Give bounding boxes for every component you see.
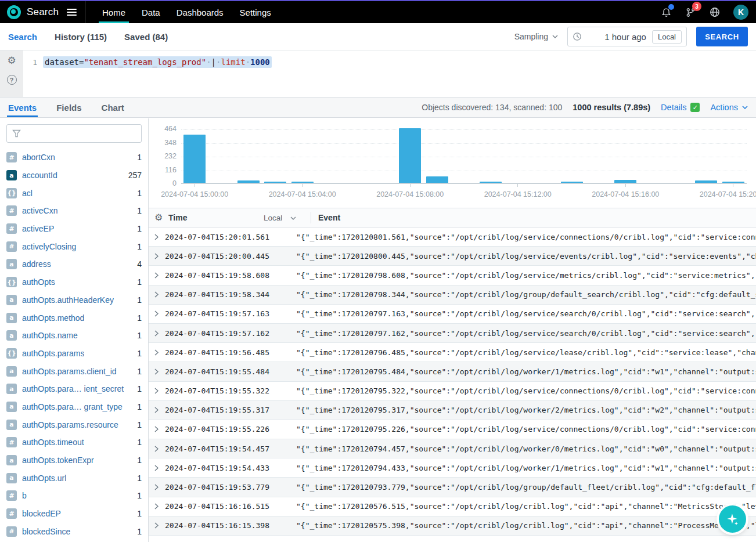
histogram-bar[interactable] — [264, 182, 286, 183]
expand-chevron-icon[interactable] — [154, 330, 161, 337]
event-row[interactable]: 2024-07-04T15:16:15.397"{"_time":1720120… — [149, 536, 756, 542]
expand-chevron-icon[interactable] — [154, 349, 161, 356]
event-row[interactable]: 2024-07-04T15:19:55.322"{"_time":1720120… — [149, 382, 756, 401]
histogram-bar[interactable] — [183, 135, 206, 183]
field-item[interactable]: aauthOpts.params.client_id1 — [6, 362, 142, 380]
event-row[interactable]: 2024-07-04T15:19:56.485"{"_time":1720120… — [149, 343, 756, 362]
event-row[interactable]: 2024-07-04T15:19:55.484"{"_time":1720120… — [149, 362, 756, 381]
subtab-search[interactable]: Search — [8, 32, 37, 42]
git-branch-icon[interactable]: 3 — [685, 6, 696, 18]
details-link[interactable]: Details ✓ — [661, 103, 700, 112]
histogram-bar[interactable] — [237, 180, 260, 183]
expand-chevron-icon[interactable] — [154, 272, 161, 279]
histogram-bar[interactable] — [561, 182, 583, 183]
histogram-bar[interactable] — [399, 128, 421, 183]
field-filter-input[interactable] — [6, 124, 142, 143]
field-item[interactable]: #activelyClosing1 — [6, 237, 142, 255]
column-divider[interactable] — [311, 212, 311, 223]
ai-copilot-button[interactable] — [719, 505, 746, 533]
field-item[interactable]: #abortCxn1 — [6, 149, 142, 167]
event-row[interactable]: 2024-07-04T15:19:54.457"{"_time":1720120… — [149, 439, 756, 458]
field-item[interactable]: #authOpts.timeout1 — [6, 433, 142, 451]
expand-chevron-icon[interactable] — [154, 291, 161, 298]
field-item[interactable]: aaccountId257 — [6, 167, 142, 185]
event-row[interactable]: 2024-07-04T15:19:58.344"{"_time":1720120… — [149, 286, 756, 305]
histogram-bar[interactable] — [614, 180, 636, 183]
event-row[interactable]: 2024-07-04T15:19:58.608"{"_time":1720120… — [149, 266, 756, 285]
histogram-bar[interactable] — [291, 182, 314, 183]
field-item[interactable]: #activeCxn1 — [6, 202, 142, 220]
sampling-dropdown[interactable]: Sampling — [514, 32, 558, 41]
histogram-bar[interactable] — [722, 182, 744, 183]
event-row[interactable]: 2024-07-04T15:20:00.445"{"_time":1720120… — [149, 247, 756, 266]
event-row[interactable]: 2024-07-04T15:19:53.779"{"_time":1720120… — [149, 478, 756, 497]
topnav-tab-home[interactable]: Home — [94, 1, 134, 23]
query-editor[interactable]: ⚙ ? 1 dataset="tenant_stream_logs_prod"·… — [0, 50, 756, 97]
field-item[interactable]: aaddress4 — [6, 255, 142, 273]
editor-settings-gear-icon[interactable]: ⚙ — [7, 56, 16, 66]
results-tab-events[interactable]: Events — [8, 97, 37, 117]
field-item[interactable]: #blockedEP1 — [6, 505, 142, 523]
histogram-bar[interactable] — [695, 180, 717, 183]
expand-chevron-icon[interactable] — [154, 503, 161, 510]
timezone-column-dropdown[interactable]: Local — [264, 214, 296, 222]
expand-chevron-icon[interactable] — [154, 388, 161, 394]
field-item[interactable]: aauthOpts.tokenExpr1 — [6, 451, 142, 469]
expand-chevron-icon[interactable] — [154, 446, 161, 452]
expand-chevron-icon[interactable] — [154, 522, 161, 529]
query-text[interactable]: dataset="tenant_stream_logs_prod"·|·limi… — [43, 56, 272, 68]
field-item[interactable]: #b1 — [6, 487, 142, 505]
results-tab-chart[interactable]: Chart — [102, 97, 124, 117]
event-row[interactable]: 2024-07-04T15:19:55.226"{"_time":1720120… — [149, 420, 756, 439]
event-raw-text: "{"_time":1720120793.779,"source":"/opt/… — [296, 483, 756, 492]
field-item[interactable]: aauthOpts.name1 — [6, 327, 142, 345]
topnav-tab-dashboards[interactable]: Dashboards — [168, 1, 232, 23]
subtab-saved-84-[interactable]: Saved (84) — [124, 32, 168, 42]
event-row[interactable]: 2024-07-04T15:20:01.561"{"_time":1720120… — [149, 227, 756, 247]
expand-chevron-icon[interactable] — [154, 310, 161, 317]
expand-chevron-icon[interactable] — [154, 484, 161, 490]
topnav-tab-data[interactable]: Data — [134, 1, 168, 23]
timezone-toggle[interactable]: Local — [652, 30, 682, 44]
event-row[interactable]: 2024-07-04T15:19:57.163"{"_time":1720120… — [149, 305, 756, 324]
hamburger-menu-icon[interactable] — [67, 9, 77, 16]
expand-chevron-icon[interactable] — [154, 234, 161, 240]
field-item[interactable]: aauthOpts.para… ient_secret1 — [6, 380, 142, 398]
table-settings-gear-icon[interactable]: ⚙ — [154, 213, 163, 222]
field-item[interactable]: #blockedSince1 — [6, 522, 142, 540]
subtab-history-115-[interactable]: History (115) — [55, 32, 107, 42]
expand-chevron-icon[interactable] — [154, 253, 161, 259]
field-item[interactable]: aauthOpts.method1 — [6, 309, 142, 327]
user-avatar[interactable]: K — [733, 5, 748, 20]
field-item[interactable]: aauthOpts.params.resource1 — [6, 415, 142, 433]
field-item[interactable]: {}authOpts1 — [6, 273, 142, 291]
time-range-picker[interactable]: 1 hour ago Local — [567, 27, 687, 46]
chart-plot-area[interactable] — [181, 129, 747, 184]
field-item[interactable]: {}acl1 — [6, 184, 142, 202]
notifications-bell-icon[interactable] — [660, 6, 672, 18]
histogram-bar[interactable] — [426, 176, 448, 183]
expand-chevron-icon[interactable] — [154, 368, 161, 375]
cribl-logo-icon[interactable] — [7, 5, 21, 19]
expand-chevron-icon[interactable] — [154, 426, 161, 432]
editor-help-icon[interactable]: ? — [7, 75, 17, 85]
results-tab-fields[interactable]: Fields — [56, 97, 81, 117]
field-item[interactable]: aauthOpts.authHeaderKey1 — [6, 291, 142, 309]
expand-chevron-icon[interactable] — [154, 465, 161, 471]
topnav-tab-settings[interactable]: Settings — [232, 1, 279, 23]
query-line[interactable]: 1 dataset="tenant_stream_logs_prod"·|·li… — [23, 56, 756, 68]
event-row[interactable]: 2024-07-04T15:19:54.433"{"_time":1720120… — [149, 458, 756, 478]
event-row[interactable]: 2024-07-04T15:16:15.398"{"_time":1720120… — [149, 516, 756, 536]
event-row[interactable]: 2024-07-04T15:19:57.162"{"_time":1720120… — [149, 324, 756, 343]
event-row[interactable]: 2024-07-04T15:16:16.515"{"_time":1720120… — [149, 497, 756, 516]
histogram-bar[interactable] — [480, 182, 502, 183]
search-button[interactable]: SEARCH — [696, 27, 748, 46]
expand-chevron-icon[interactable] — [154, 407, 161, 413]
field-item[interactable]: {}authOpts.params1 — [6, 345, 142, 363]
event-row[interactable]: 2024-07-04T15:19:55.317"{"_time":1720120… — [149, 401, 756, 420]
field-item[interactable]: aauthOpts.para… grant_type1 — [6, 398, 142, 416]
actions-dropdown[interactable]: Actions — [710, 103, 748, 112]
globe-icon[interactable] — [709, 6, 721, 18]
field-item[interactable]: #activeEP1 — [6, 220, 142, 238]
field-item[interactable]: aauthOpts.url1 — [6, 469, 142, 487]
